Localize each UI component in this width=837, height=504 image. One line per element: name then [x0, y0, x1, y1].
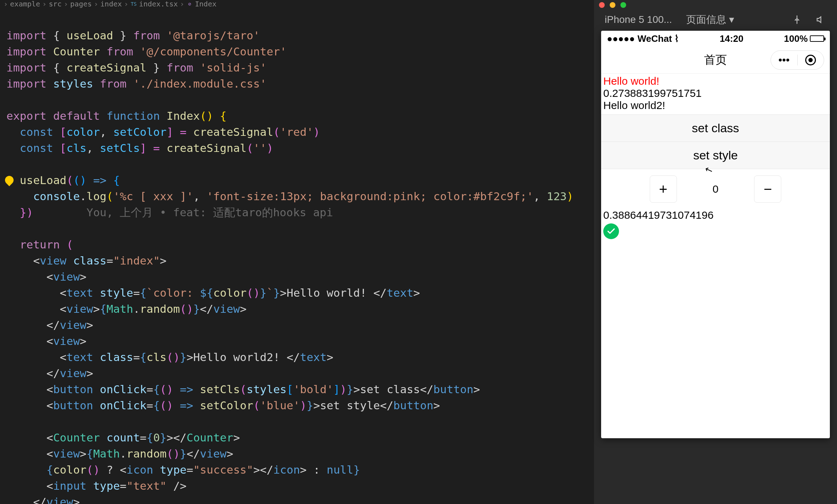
breadcrumb[interactable]: › example › src › pages › index › TS ind… [0, 0, 594, 8]
set-style-button[interactable]: set style [601, 142, 830, 169]
success-icon [603, 223, 619, 239]
wifi-icon: ⌇ [672, 33, 679, 44]
battery-percent-label: 100% [784, 33, 808, 44]
breadcrumb-seg[interactable]: index.tsx [139, 0, 178, 8]
page-title: 首页 [704, 52, 727, 68]
counter-value: 0 [713, 183, 719, 195]
carrier-label: ●●●●● WeChat ⌇ [607, 33, 679, 44]
page-info-dropdown[interactable]: 页面信息 ▾ [686, 13, 734, 26]
pin-icon[interactable] [792, 15, 802, 25]
random-text-1: 0.273883199751751 [601, 87, 830, 99]
random-text-2: 0.38864419731074196 [601, 209, 830, 221]
chevron-right-icon: › [180, 0, 184, 8]
maximize-window-icon[interactable] [620, 2, 626, 8]
typescript-file-icon: TS [130, 1, 137, 7]
close-miniprogram-icon[interactable] [798, 55, 824, 65]
code-text-area[interactable]: import { useLoad } from '@tarojs/taro' i… [0, 8, 594, 504]
breadcrumb-seg[interactable]: Index [195, 0, 217, 8]
battery-icon [810, 35, 824, 42]
chevron-right-icon: › [42, 0, 46, 8]
devtools-toolbar: iPhone 5 100... 页面信息 ▾ [594, 9, 837, 31]
chevron-right-icon: › [124, 0, 128, 8]
page-content: Hello world! 0.273883199751751 Hello wor… [601, 74, 830, 438]
counter-decrement-button[interactable]: − [754, 176, 781, 203]
code-editor-pane: › example › src › pages › index › TS ind… [0, 0, 594, 504]
breadcrumb-seg[interactable]: index [100, 0, 122, 8]
minimize-window-icon[interactable] [610, 2, 615, 8]
counter-component: + 0 − [601, 169, 830, 209]
breadcrumb-seg[interactable]: example [10, 0, 40, 8]
breadcrumb-seg[interactable]: src [49, 0, 61, 8]
device-select[interactable]: iPhone 5 100... [605, 14, 672, 25]
devtools-window-controls [594, 2, 837, 9]
hello-text-2: Hello world2! [601, 99, 830, 112]
mute-icon[interactable] [816, 15, 826, 25]
chevron-right-icon: › [64, 0, 68, 8]
git-blame-annotation[interactable]: You, 上个月 • feat: 适配taro的hooks api [33, 206, 333, 219]
nav-bar: 首页 ••• [601, 46, 830, 74]
close-window-icon[interactable] [599, 2, 605, 8]
device-simulator: ●●●●● WeChat ⌇ 14:20 100% 首页 ••• Hello w… [601, 31, 830, 438]
status-bar: ●●●●● WeChat ⌇ 14:20 100% [601, 31, 830, 46]
symbol-function-icon: ⊘ [187, 1, 193, 7]
chevron-right-icon: › [4, 0, 8, 8]
breadcrumb-seg[interactable]: pages [70, 0, 92, 8]
set-class-button[interactable]: set class [601, 114, 830, 142]
menu-dots-icon[interactable]: ••• [771, 54, 797, 66]
capsule-menu: ••• [771, 50, 824, 70]
simulator-pane: iPhone 5 100... 页面信息 ▾ ●●●●● WeChat ⌇ 14… [594, 0, 837, 504]
counter-increment-button[interactable]: + [650, 176, 677, 203]
clock-label: 14:20 [679, 33, 784, 44]
chevron-right-icon: › [94, 0, 98, 8]
hello-text-1: Hello world! [601, 74, 830, 87]
